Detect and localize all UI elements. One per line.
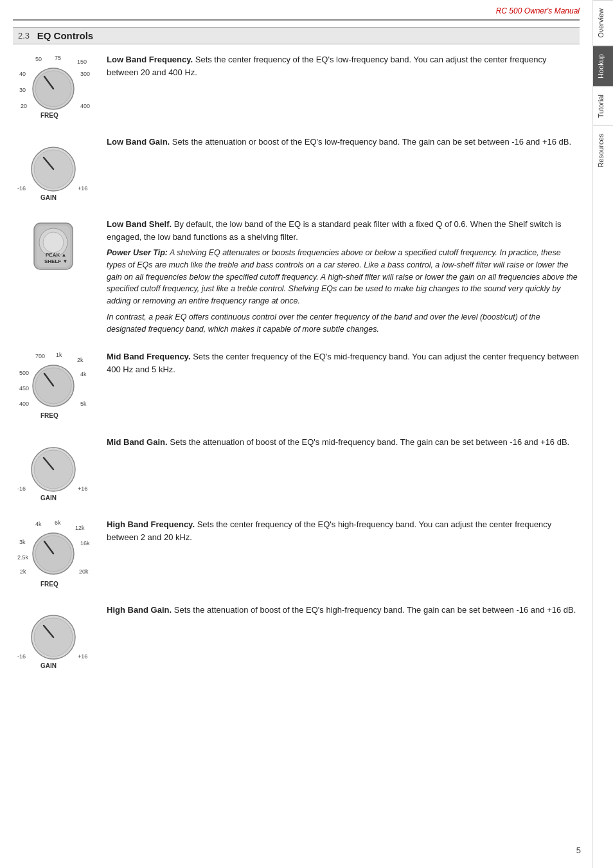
low-band-freq-image: 50 75 150 40 300 30 20 400 FREQ (13, 53, 96, 124)
svg-text:5k: 5k (80, 401, 87, 407)
high-band-freq-text: High Band Frequency. Sets the center fre… (107, 518, 580, 543)
high-band-freq-row: 4k 6k 12k 3k 16k 2.5k 2k 20k FREQ High B… (13, 518, 580, 592)
svg-text:+16: +16 (78, 185, 87, 192)
mid-gain-knob-svg: -16 +16 GAIN (16, 436, 93, 507)
svg-text:12k: 12k (75, 525, 85, 531)
sidebar: Overview Hookup Tutorial Resources (592, 0, 613, 868)
peak-eq-note: In contrast, a peak EQ offers continuous… (107, 311, 580, 336)
manual-title: RC 500 Owner's Manual (496, 6, 580, 15)
high-band-gain-row: -16 +16 GAIN High Band Gain. Sets the at… (13, 604, 580, 674)
svg-text:75: 75 (55, 55, 61, 61)
low-band-shelf-label: Low Band Shelf. (107, 219, 172, 229)
svg-text:GAIN: GAIN (40, 494, 57, 502)
svg-text:GAIN: GAIN (40, 194, 57, 201)
sidebar-tab-overview[interactable]: Overview (593, 0, 613, 46)
svg-text:FREQ: FREQ (40, 581, 58, 588)
mid-band-freq-label: Mid Band Frequency. (107, 352, 191, 361)
svg-text:-16: -16 (17, 653, 26, 660)
power-user-tip: Power User Tip: A shelving EQ attenuates… (107, 247, 580, 307)
shelf-switch-svg: PEAK ▲ SHELF ▼ (16, 218, 93, 289)
high-band-gain-label: High Band Gain. (107, 605, 172, 615)
high-band-freq-image: 4k 6k 12k 3k 16k 2.5k 2k 20k FREQ (13, 518, 96, 592)
svg-text:+16: +16 (78, 485, 87, 492)
mid-band-gain-row: -16 +16 GAIN Mid Band Gain. Sets the att… (13, 436, 580, 507)
high-gain-knob-svg: -16 +16 GAIN (16, 604, 93, 674)
svg-text:-16: -16 (17, 485, 26, 492)
svg-text:30: 30 (19, 87, 26, 93)
high-freq-knob-svg: 4k 6k 12k 3k 16k 2.5k 2k 20k FREQ (16, 518, 93, 592)
svg-text:700: 700 (35, 353, 45, 359)
svg-text:2k: 2k (77, 357, 84, 363)
section-number: 2.3 (18, 31, 30, 41)
svg-text:400: 400 (19, 401, 29, 407)
svg-text:4k: 4k (80, 371, 87, 377)
svg-text:450: 450 (19, 385, 29, 392)
low-band-shelf-image: PEAK ▲ SHELF ▼ (13, 218, 96, 289)
low-band-gain-desc: Sets the attenuation or boost of the EQ'… (172, 137, 571, 147)
low-band-gain-label: Low Band Gain. (107, 137, 170, 147)
low-freq-knob-svg: 50 75 150 40 300 30 20 400 FREQ (16, 53, 93, 124)
svg-text:40: 40 (19, 71, 26, 77)
mid-band-gain-text: Mid Band Gain. Sets the attenuation of b… (107, 436, 580, 449)
svg-text:2.5k: 2.5k (17, 554, 29, 561)
low-band-shelf-main: Low Band Shelf. By default, the low band… (107, 218, 580, 243)
low-band-gain-row: -16 +16 GAIN Low Band Gain. Sets the att… (13, 136, 580, 206)
svg-text:FREQ: FREQ (40, 112, 58, 119)
svg-text:3k: 3k (19, 539, 26, 545)
svg-text:16k: 16k (80, 540, 90, 547)
svg-text:4k: 4k (35, 521, 42, 527)
section-header: 2.3 EQ Controls (13, 27, 580, 44)
svg-text:150: 150 (77, 59, 87, 65)
svg-text:400: 400 (80, 103, 90, 109)
page-header: RC 500 Owner's Manual (13, 6, 580, 21)
low-band-freq-label: Low Band Frequency. (107, 55, 193, 64)
high-band-gain-desc: Sets the attenuation of boost of the EQ'… (174, 605, 576, 615)
tip-label: Power User Tip: (107, 248, 168, 257)
peak-eq-text: In contrast, a peak EQ offers continuous… (107, 312, 540, 334)
high-band-gain-text: High Band Gain. Sets the attenuation of … (107, 604, 580, 617)
low-band-freq-text: Low Band Frequency. Sets the center freq… (107, 53, 580, 78)
svg-text:6k: 6k (55, 520, 61, 526)
low-band-gain-text: Low Band Gain. Sets the attenuation or b… (107, 136, 580, 149)
svg-text:300: 300 (80, 71, 90, 77)
mid-band-gain-image: -16 +16 GAIN (13, 436, 96, 507)
svg-text:2k: 2k (20, 568, 26, 575)
low-band-gain-image: -16 +16 GAIN (13, 136, 96, 206)
page-number: 5 (576, 845, 581, 855)
svg-text:1k: 1k (56, 352, 62, 358)
svg-text:50: 50 (35, 56, 42, 62)
mid-band-freq-image: 700 1k 2k 500 4k 450 400 5k FREQ (13, 350, 96, 424)
svg-text:GAIN: GAIN (40, 662, 57, 669)
sidebar-tab-resources[interactable]: Resources (593, 125, 613, 176)
svg-text:20: 20 (21, 103, 27, 109)
low-band-shelf-row: PEAK ▲ SHELF ▼ Low Band Shelf. By defaul… (13, 218, 580, 339)
tip-text: A shelving EQ attenuates or boosts frequ… (107, 248, 578, 305)
high-band-freq-label: High Band Frequency. (107, 520, 195, 529)
mid-band-freq-text: Mid Band Frequency. Sets the center freq… (107, 350, 580, 375)
low-gain-knob-svg: -16 +16 GAIN (16, 136, 93, 206)
mid-band-freq-row: 700 1k 2k 500 4k 450 400 5k FREQ Mid Ban… (13, 350, 580, 424)
section-title: EQ Controls (37, 30, 94, 41)
svg-text:FREQ: FREQ (40, 412, 58, 419)
mid-band-gain-label: Mid Band Gain. (107, 437, 168, 447)
svg-text:PEAK ▲: PEAK ▲ (46, 252, 66, 258)
low-band-shelf-text: Low Band Shelf. By default, the low band… (107, 218, 580, 339)
svg-text:500: 500 (19, 370, 29, 376)
high-band-gain-image: -16 +16 GAIN (13, 604, 96, 674)
sidebar-tab-hookup[interactable]: Hookup (593, 46, 613, 86)
svg-text:-16: -16 (17, 185, 26, 192)
svg-text:SHELF ▼: SHELF ▼ (44, 258, 67, 264)
sidebar-tab-tutorial[interactable]: Tutorial (593, 86, 613, 125)
svg-text:20k: 20k (79, 568, 89, 575)
mid-freq-knob-svg: 700 1k 2k 500 4k 450 400 5k FREQ (16, 350, 93, 424)
svg-text:+16: +16 (78, 653, 87, 660)
low-band-freq-row: 50 75 150 40 300 30 20 400 FREQ (13, 53, 580, 124)
low-band-shelf-desc: By default, the low band of the EQ is a … (107, 219, 561, 242)
svg-point-21 (43, 232, 64, 253)
mid-band-gain-desc: Sets the attenuation of boost of the EQ'… (170, 437, 569, 447)
